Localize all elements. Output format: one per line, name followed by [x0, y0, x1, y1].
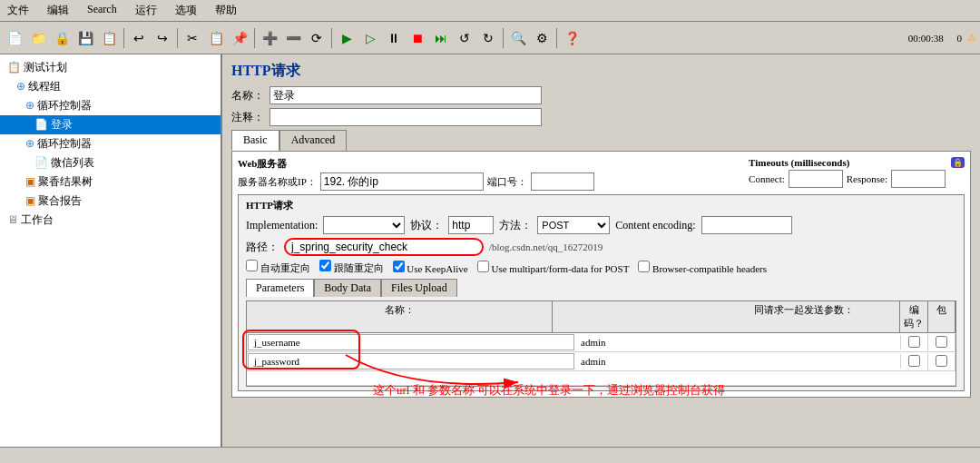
- tree-item-report[interactable]: ▣ 聚合报告: [0, 192, 220, 211]
- toolbar-save-btn[interactable]: 💾: [74, 27, 96, 49]
- protocol-input[interactable]: [448, 216, 494, 234]
- tree-item-loop1[interactable]: ⊕ 循环控制器: [0, 96, 220, 115]
- encoding-label: Content encoding:: [615, 219, 695, 232]
- toolbar-play-no-pause-btn[interactable]: ▷: [359, 27, 381, 49]
- follow-redirect-label[interactable]: 跟随重定向: [319, 260, 384, 275]
- login-label: 登录: [51, 117, 73, 133]
- name-input[interactable]: [270, 86, 542, 104]
- menu-edit[interactable]: 编辑: [44, 2, 73, 19]
- menu-options[interactable]: 选项: [172, 2, 201, 19]
- menu-help[interactable]: 帮助: [211, 2, 240, 19]
- toolbar-undo-btn[interactable]: ↩: [128, 27, 150, 49]
- connect-label: Connect:: [749, 173, 785, 184]
- ssl-icon[interactable]: 🔒: [951, 157, 965, 168]
- tree-item-threadgroup[interactable]: ⊕ 线程组: [0, 77, 220, 96]
- timeouts-row: Connect: Response:: [749, 170, 946, 188]
- path-input[interactable]: [284, 238, 484, 256]
- toolbar-new-btn[interactable]: 📄: [4, 27, 25, 49]
- param-encode-2[interactable]: [901, 353, 928, 370]
- table-row: j_username admin: [247, 333, 956, 352]
- toolbar-copy-btn[interactable]: 📋: [205, 27, 227, 49]
- encode-cb-2[interactable]: [908, 355, 920, 367]
- tree-item-wechat[interactable]: 📄 微信列表: [0, 153, 220, 172]
- toolbar-sep-4: [331, 28, 332, 48]
- multipart-cb[interactable]: [477, 261, 489, 272]
- testplan-label: 测试计划: [24, 60, 67, 75]
- comment-label: 注释：: [231, 110, 264, 125]
- param-include-1[interactable]: [928, 334, 956, 351]
- toolbar-pause-btn[interactable]: ⏸: [383, 27, 405, 49]
- loop1-label: 循环控制器: [37, 98, 92, 113]
- connect-input[interactable]: [789, 170, 843, 188]
- toolbar-clear2-btn[interactable]: ↻: [477, 27, 499, 49]
- tree-item-loop2[interactable]: ⊕ 循环控制器: [0, 134, 220, 153]
- web-server-label: Web服务器: [238, 157, 594, 171]
- menu-run[interactable]: 运行: [132, 2, 161, 19]
- port-input[interactable]: [531, 172, 594, 191]
- params-col-encode: 编码？: [900, 301, 928, 332]
- wechat-icon: 📄: [34, 156, 48, 170]
- form-title: HTTP请求: [231, 62, 971, 81]
- method-select[interactable]: POST GET: [537, 216, 610, 234]
- loop2-icon: ⊕: [25, 137, 34, 151]
- timeouts-right: Timeouts (milliseconds) Connect: Respons…: [749, 157, 965, 188]
- tree-item-testplan[interactable]: 📋 测试计划: [0, 58, 220, 77]
- multipart-label[interactable]: Use multipart/form-data for POST: [477, 261, 630, 274]
- web-server-section: Web服务器 服务器名称或IP： 端口号： Timeouts (millisec…: [238, 157, 965, 191]
- auto-redirect-cb[interactable]: [246, 260, 258, 271]
- tree-item-resulttree[interactable]: ▣ 聚香结果树: [0, 172, 220, 192]
- param-value-2: admin: [575, 354, 901, 369]
- comment-input[interactable]: [270, 108, 542, 126]
- keepalive-label[interactable]: Use KeepAlive: [393, 261, 468, 274]
- toolbar-step-btn[interactable]: ⏭: [430, 27, 452, 49]
- response-input[interactable]: [891, 170, 946, 188]
- include-cb-1[interactable]: [936, 336, 947, 348]
- tab-advanced[interactable]: Advanced: [279, 130, 348, 151]
- toolbar-settings-btn[interactable]: ⚙: [531, 27, 553, 49]
- resulttree-label: 聚香结果树: [38, 174, 93, 190]
- url-hint: /blog.csdn.net/qq_16272019: [489, 241, 603, 252]
- browser-compat-cb[interactable]: [638, 261, 650, 272]
- toolbar-search-btn[interactable]: 🔍: [507, 27, 529, 49]
- table-row: j_password admin: [247, 352, 956, 371]
- server-name-input[interactable]: [320, 172, 484, 191]
- resulttree-icon: ▣: [25, 175, 35, 189]
- toolbar-saveas-btn[interactable]: 📋: [98, 27, 120, 49]
- tree-item-login[interactable]: 📄 登录: [0, 115, 220, 134]
- toolbar-play-btn[interactable]: ▶: [336, 27, 358, 49]
- toolbar-open-btn[interactable]: 📁: [27, 27, 49, 49]
- toolbar-clear-btn[interactable]: ↺: [454, 27, 475, 49]
- method-label: 方法：: [499, 218, 532, 233]
- toolbar-lock-btn[interactable]: 🔒: [51, 27, 73, 49]
- toolbar-stop-btn[interactable]: ⏹: [407, 27, 428, 49]
- warning-icon: ⚠: [967, 32, 976, 44]
- toolbar-redo-btn[interactable]: ↪: [152, 27, 173, 49]
- param-include-2[interactable]: [928, 353, 956, 370]
- loop2-label: 循环控制器: [37, 136, 92, 152]
- comment-row: 注释：: [231, 108, 971, 126]
- toolbar-toggle-btn[interactable]: ⟳: [306, 27, 328, 49]
- browser-compat-label[interactable]: Browser-compatible headers: [638, 261, 767, 274]
- toolbar-paste-btn[interactable]: 📌: [229, 27, 250, 49]
- sub-tab-params[interactable]: Parameters: [246, 279, 314, 297]
- follow-redirect-cb[interactable]: [319, 260, 331, 271]
- tab-basic[interactable]: Basic: [231, 130, 279, 151]
- menu-file[interactable]: 文件: [4, 2, 33, 19]
- encode-cb-1[interactable]: [908, 336, 920, 348]
- toolbar-collapse-btn[interactable]: ➖: [282, 27, 304, 49]
- toolbar-help-btn[interactable]: ❓: [561, 27, 583, 49]
- param-encode-1[interactable]: [901, 334, 928, 351]
- include-cb-2[interactable]: [936, 355, 947, 367]
- impl-select[interactable]: [323, 216, 405, 234]
- auto-redirect-label[interactable]: 自动重定向: [246, 260, 310, 275]
- toolbar-cut-btn[interactable]: ✂: [181, 27, 203, 49]
- toolbar-sep-2: [177, 28, 178, 48]
- menu-search[interactable]: Search: [83, 2, 121, 19]
- sub-tab-files[interactable]: Files Upload: [381, 279, 457, 297]
- toolbar-expand-btn[interactable]: ➕: [259, 27, 280, 49]
- encoding-input[interactable]: [701, 216, 792, 234]
- keepalive-cb[interactable]: [393, 261, 405, 272]
- sub-tab-body[interactable]: Body Data: [314, 279, 381, 297]
- tree-item-workbench[interactable]: 🖥 工作台: [0, 211, 220, 230]
- testplan-icon: 📋: [7, 61, 21, 74]
